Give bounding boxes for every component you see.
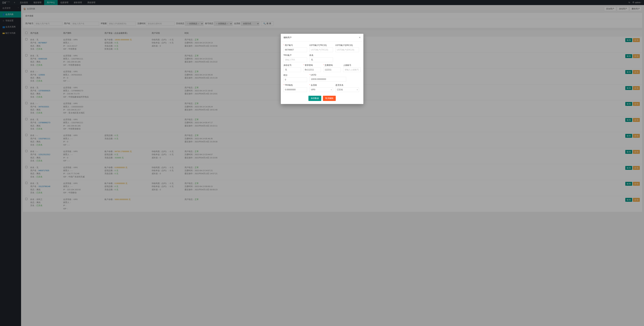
close-icon[interactable]: × (359, 36, 361, 39)
modal-title: 编辑用户 (284, 36, 292, 39)
field-label: USTD账户(TRC20) (310, 44, 333, 47)
group-select[interactable]: VIP0 (310, 87, 333, 92)
ustd-erc20-input[interactable] (336, 47, 359, 52)
ustd-input[interactable] (310, 77, 346, 82)
field-label: TRX钱包 (284, 84, 307, 87)
field-label: 用户账号 (284, 44, 307, 47)
login-password-input[interactable] (304, 67, 321, 72)
trx-wallet-input[interactable] (284, 87, 307, 92)
field-label: 交易密码 (323, 64, 341, 67)
account-input[interactable] (284, 47, 307, 52)
modal-overlay: 编辑用户 × 用户账号 USTD账户(TRC20) USTD账户(ERC20) … (0, 0, 644, 326)
field-label: 登录密码 (304, 64, 321, 67)
field-label: 积分 (284, 74, 307, 77)
field-label: 身份证号 (284, 64, 301, 67)
cancel-button[interactable]: 取消编辑 (323, 96, 336, 101)
points-input[interactable] (284, 77, 307, 82)
realname-select[interactable]: 已实名 (336, 87, 359, 92)
field-label: TRX账户 (284, 54, 307, 57)
ustd-trc20-input[interactable] (310, 47, 333, 52)
save-button[interactable]: 保存数据 (308, 96, 321, 101)
edit-user-modal: 编辑用户 × 用户账号 USTD账户(TRC20) USTD账户(ERC20) … (281, 34, 364, 104)
trade-password-input[interactable] (323, 67, 341, 72)
field-label: USTD (310, 74, 346, 76)
field-label: 会员组 (310, 84, 333, 87)
idcard-input[interactable] (284, 67, 301, 72)
field-label: 是否实名 (336, 84, 359, 87)
field-label: 姓名 (310, 54, 333, 57)
field-label: 上级账号 (343, 64, 361, 67)
parent-account-input[interactable] (343, 67, 361, 72)
trx-input[interactable] (284, 57, 307, 62)
name-input[interactable] (310, 57, 333, 62)
field-label: USTD账户(ERC20) (336, 44, 359, 47)
